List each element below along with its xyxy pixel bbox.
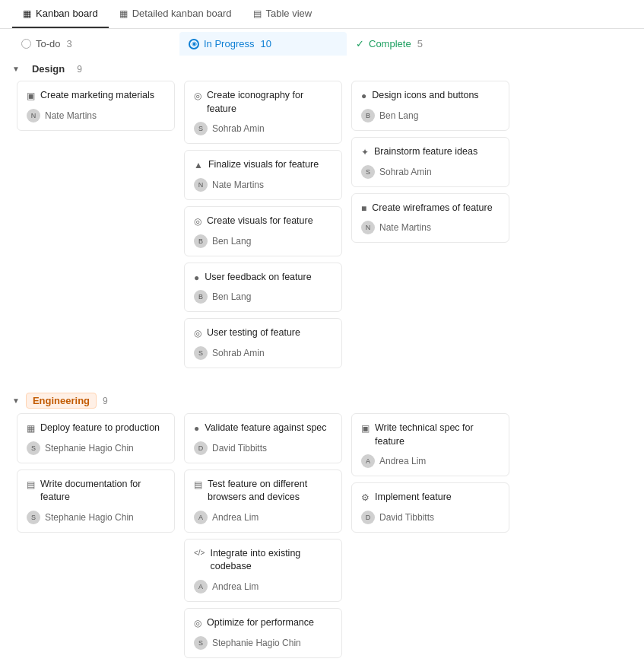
card-user-testing[interactable]: ◎ User testing of feature S Sohrab Amin — [184, 318, 342, 368]
detailed-kanban-icon: ▦ — [119, 8, 128, 19]
group-label-engineering: Engineering — [26, 393, 97, 409]
card-icon: ▦ — [27, 422, 35, 435]
card-write-docs[interactable]: ▤ Write documentation for feature S Step… — [17, 469, 175, 533]
card-finalize-visuals[interactable]: ▲ Finalize visuals for feature N Nate Ma… — [184, 150, 342, 200]
card-user: N Nate Martins — [194, 178, 332, 192]
design-inprogress-col: ◎ Create iconography for feature S Sohra… — [179, 81, 347, 368]
card-icon: ▤ — [194, 479, 202, 492]
avatar: S — [361, 165, 375, 179]
card-title: ▦ Deploy feature to production — [27, 422, 165, 435]
card-icon-marketing: ▣ — [27, 90, 35, 103]
card-icon: ◎ — [194, 327, 201, 340]
card-title: ▣ Write technical spec for feature — [361, 422, 500, 448]
card-icon: ◎ — [194, 617, 201, 630]
avatar: B — [361, 109, 375, 123]
card-title: ● User feedback on feature — [194, 271, 332, 285]
card-icon: ✦ — [361, 146, 369, 159]
card-user: A Andrea Lim — [194, 511, 332, 524]
card-title: ▤ Test feature on different browsers and… — [194, 478, 332, 504]
avatar: A — [361, 454, 375, 468]
group-label-design: Design — [26, 62, 71, 76]
card-user: B Ben Lang — [194, 290, 332, 304]
card-create-iconography[interactable]: ◎ Create iconography for feature S Sohra… — [184, 81, 342, 144]
card-icon: ◎ — [194, 90, 201, 103]
card-user: S Stephanie Hagio Chin — [194, 636, 332, 650]
card-implement[interactable]: ⚙ Implement feature D David Tibbitts — [351, 482, 509, 533]
avatar: A — [194, 580, 208, 594]
card-user: S Sohrab Amin — [194, 346, 332, 360]
design-columns: ▣ Create marketing materials N Nate Mart… — [12, 81, 632, 368]
card-user: N Nate Martins — [361, 221, 500, 234]
col-header-todo: To-do 3 — [12, 32, 179, 56]
card-create-marketing[interactable]: ▣ Create marketing materials N Nate Mart… — [17, 81, 175, 131]
card-optimize[interactable]: ◎ Optimize for performance S Stephanie H… — [184, 608, 342, 658]
tab-table[interactable]: ▤ Table view — [243, 0, 323, 28]
table-icon: ▤ — [253, 8, 262, 19]
kanban-area: ▼ Design 9 ▣ Create marketing materials … — [0, 56, 644, 662]
avatar: A — [194, 511, 208, 524]
design-complete-col: ● Design icons and buttons B Ben Lang ✦ … — [347, 81, 514, 243]
group-toggle-design[interactable]: ▼ — [12, 65, 20, 73]
card-user: A Andrea Lim — [361, 454, 500, 468]
card-title: ◎ Create visuals for feature — [194, 215, 332, 228]
avatar: S — [194, 346, 208, 360]
engineering-inprogress-col: ● Validate feature against spec D David … — [179, 413, 347, 662]
card-icon: ▤ — [27, 479, 35, 492]
card-title: ● Validate feature against spec — [194, 422, 332, 435]
card-title: ⚙ Implement feature — [361, 491, 500, 504]
group-toggle-engineering[interactable]: ▼ — [12, 396, 20, 405]
card-title: ◎ Create iconography for feature — [194, 89, 332, 116]
card-design-icons[interactable]: ● Design icons and buttons B Ben Lang — [351, 81, 509, 131]
card-title: ▲ Finalize visuals for feature — [194, 158, 332, 172]
card-test-browsers[interactable]: ▤ Test feature on different browsers and… — [184, 469, 342, 533]
card-write-spec[interactable]: ▣ Write technical spec for feature A And… — [351, 413, 509, 476]
group-design-header[interactable]: ▼ Design 9 — [12, 56, 632, 81]
card-title: ● Design icons and buttons — [361, 89, 500, 103]
card-user: D David Tibbitts — [361, 511, 500, 524]
group-engineering-header[interactable]: ▼ Engineering 9 — [12, 387, 632, 413]
card-user: D David Tibbitts — [194, 441, 332, 455]
card-title: ▤ Write documentation for feature — [27, 478, 165, 504]
engineering-columns: ▦ Deploy feature to production S Stephan… — [12, 413, 632, 662]
card-wireframes[interactable]: ■ Create wireframes of feature N Nate Ma… — [351, 193, 509, 243]
card-user: S Sohrab Amin — [361, 165, 500, 179]
group-engineering: ▼ Engineering 9 ▦ Deploy feature to prod… — [12, 387, 632, 662]
card-create-visuals[interactable]: ◎ Create visuals for feature B Ben Lang — [184, 206, 342, 256]
avatar: N — [27, 109, 40, 123]
card-icon: ▲ — [194, 159, 203, 172]
avatar: B — [194, 290, 208, 304]
kanban-icon: ▦ — [23, 8, 31, 19]
group-count-engineering: 9 — [103, 396, 108, 406]
avatar: S — [27, 511, 40, 524]
inprogress-dot-icon: ◉ — [189, 39, 199, 49]
card-user-marketing: N Nate Martins — [27, 109, 165, 123]
card-user: B Ben Lang — [361, 109, 500, 123]
avatar: D — [194, 441, 208, 455]
card-deploy[interactable]: ▦ Deploy feature to production S Stephan… — [17, 413, 175, 463]
avatar: D — [361, 511, 375, 524]
card-icon: ● — [194, 422, 199, 435]
card-user: S Sohrab Amin — [194, 122, 332, 135]
engineering-complete-col: ▣ Write technical spec for feature A And… — [347, 413, 514, 533]
group-design: ▼ Design 9 ▣ Create marketing materials … — [12, 56, 632, 368]
card-brainstorm[interactable]: ✦ Brainstorm feature ideas S Sohrab Amin — [351, 137, 509, 187]
col-header-complete: ✓ Complete 5 — [347, 32, 514, 56]
card-icon: ■ — [361, 202, 366, 215]
card-user: A Andrea Lim — [194, 580, 332, 594]
card-validate[interactable]: ● Validate feature against spec D David … — [184, 413, 342, 463]
column-headers: To-do 3 ◉ In Progress 10 ✓ Complete 5 — [0, 29, 644, 56]
tab-detailed-kanban[interactable]: ▦ Detailed kanban board — [109, 0, 243, 28]
card-icon: ◎ — [194, 215, 201, 228]
card-title: ◎ User testing of feature — [194, 326, 332, 340]
card-title: ◎ Optimize for performance — [194, 616, 332, 630]
tab-kanban[interactable]: ▦ Kanban board — [12, 0, 109, 28]
tab-bar: ▦ Kanban board ▦ Detailed kanban board ▤… — [0, 0, 644, 29]
card-user-feedback[interactable]: ● User feedback on feature B Ben Lang — [184, 263, 342, 313]
card-integrate[interactable]: </> Integrate into existing codebase A A… — [184, 539, 342, 602]
avatar: S — [194, 636, 208, 650]
card-icon: </> — [194, 548, 205, 559]
card-user: B Ben Lang — [194, 234, 332, 248]
col-header-inprogress: ◉ In Progress 10 — [179, 32, 347, 56]
design-todo-col: ▣ Create marketing materials N Nate Mart… — [12, 81, 179, 131]
card-user: S Stephanie Hagio Chin — [27, 511, 165, 524]
